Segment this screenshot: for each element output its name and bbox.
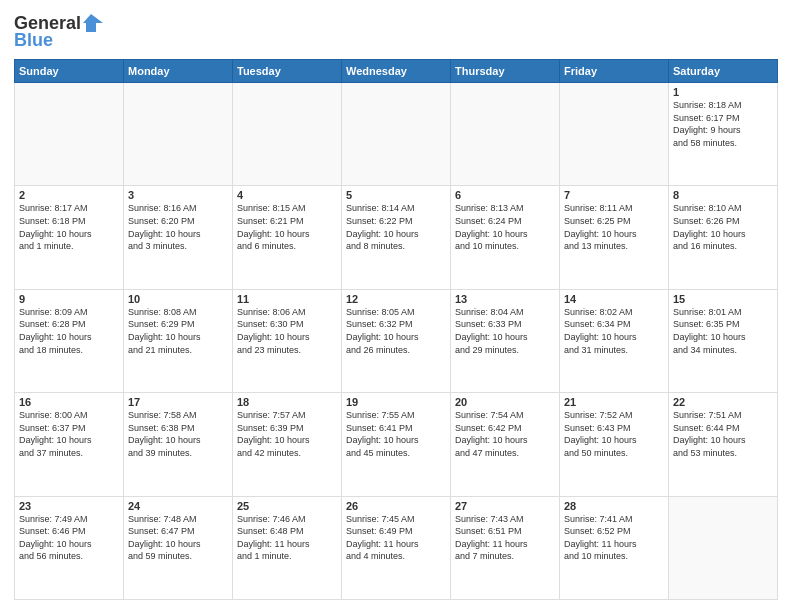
day-number: 8 bbox=[673, 189, 773, 201]
week-row-2: 2Sunrise: 8:17 AM Sunset: 6:18 PM Daylig… bbox=[15, 186, 778, 289]
calendar-cell bbox=[233, 83, 342, 186]
day-number: 9 bbox=[19, 293, 119, 305]
calendar-cell: 16Sunrise: 8:00 AM Sunset: 6:37 PM Dayli… bbox=[15, 393, 124, 496]
day-info: Sunrise: 7:48 AM Sunset: 6:47 PM Dayligh… bbox=[128, 513, 228, 563]
day-info: Sunrise: 8:15 AM Sunset: 6:21 PM Dayligh… bbox=[237, 202, 337, 252]
day-info: Sunrise: 8:14 AM Sunset: 6:22 PM Dayligh… bbox=[346, 202, 446, 252]
day-info: Sunrise: 8:17 AM Sunset: 6:18 PM Dayligh… bbox=[19, 202, 119, 252]
calendar-cell bbox=[560, 83, 669, 186]
day-info: Sunrise: 8:05 AM Sunset: 6:32 PM Dayligh… bbox=[346, 306, 446, 356]
day-number: 3 bbox=[128, 189, 228, 201]
day-info: Sunrise: 8:04 AM Sunset: 6:33 PM Dayligh… bbox=[455, 306, 555, 356]
logo: General Blue bbox=[14, 12, 105, 51]
day-number: 5 bbox=[346, 189, 446, 201]
day-info: Sunrise: 8:09 AM Sunset: 6:28 PM Dayligh… bbox=[19, 306, 119, 356]
calendar-cell: 6Sunrise: 8:13 AM Sunset: 6:24 PM Daylig… bbox=[451, 186, 560, 289]
calendar-cell: 12Sunrise: 8:05 AM Sunset: 6:32 PM Dayli… bbox=[342, 289, 451, 392]
day-info: Sunrise: 7:57 AM Sunset: 6:39 PM Dayligh… bbox=[237, 409, 337, 459]
calendar-cell: 2Sunrise: 8:17 AM Sunset: 6:18 PM Daylig… bbox=[15, 186, 124, 289]
day-number: 28 bbox=[564, 500, 664, 512]
day-number: 16 bbox=[19, 396, 119, 408]
calendar-cell: 10Sunrise: 8:08 AM Sunset: 6:29 PM Dayli… bbox=[124, 289, 233, 392]
day-info: Sunrise: 8:11 AM Sunset: 6:25 PM Dayligh… bbox=[564, 202, 664, 252]
day-info: Sunrise: 8:06 AM Sunset: 6:30 PM Dayligh… bbox=[237, 306, 337, 356]
week-row-4: 16Sunrise: 8:00 AM Sunset: 6:37 PM Dayli… bbox=[15, 393, 778, 496]
day-number: 26 bbox=[346, 500, 446, 512]
week-row-5: 23Sunrise: 7:49 AM Sunset: 6:46 PM Dayli… bbox=[15, 496, 778, 599]
calendar-cell: 15Sunrise: 8:01 AM Sunset: 6:35 PM Dayli… bbox=[669, 289, 778, 392]
calendar-cell: 24Sunrise: 7:48 AM Sunset: 6:47 PM Dayli… bbox=[124, 496, 233, 599]
calendar-cell bbox=[15, 83, 124, 186]
day-number: 2 bbox=[19, 189, 119, 201]
calendar-cell: 13Sunrise: 8:04 AM Sunset: 6:33 PM Dayli… bbox=[451, 289, 560, 392]
calendar-cell: 26Sunrise: 7:45 AM Sunset: 6:49 PM Dayli… bbox=[342, 496, 451, 599]
day-number: 18 bbox=[237, 396, 337, 408]
calendar-cell: 4Sunrise: 8:15 AM Sunset: 6:21 PM Daylig… bbox=[233, 186, 342, 289]
calendar-cell: 1Sunrise: 8:18 AM Sunset: 6:17 PM Daylig… bbox=[669, 83, 778, 186]
calendar-cell: 18Sunrise: 7:57 AM Sunset: 6:39 PM Dayli… bbox=[233, 393, 342, 496]
day-number: 4 bbox=[237, 189, 337, 201]
weekday-header-row: SundayMondayTuesdayWednesdayThursdayFrid… bbox=[15, 60, 778, 83]
day-info: Sunrise: 7:43 AM Sunset: 6:51 PM Dayligh… bbox=[455, 513, 555, 563]
day-info: Sunrise: 7:54 AM Sunset: 6:42 PM Dayligh… bbox=[455, 409, 555, 459]
calendar-cell: 27Sunrise: 7:43 AM Sunset: 6:51 PM Dayli… bbox=[451, 496, 560, 599]
calendar-cell: 11Sunrise: 8:06 AM Sunset: 6:30 PM Dayli… bbox=[233, 289, 342, 392]
weekday-header-monday: Monday bbox=[124, 60, 233, 83]
day-info: Sunrise: 8:18 AM Sunset: 6:17 PM Dayligh… bbox=[673, 99, 773, 149]
day-info: Sunrise: 7:52 AM Sunset: 6:43 PM Dayligh… bbox=[564, 409, 664, 459]
header: General Blue bbox=[14, 12, 778, 51]
day-number: 6 bbox=[455, 189, 555, 201]
day-info: Sunrise: 7:41 AM Sunset: 6:52 PM Dayligh… bbox=[564, 513, 664, 563]
calendar-cell: 19Sunrise: 7:55 AM Sunset: 6:41 PM Dayli… bbox=[342, 393, 451, 496]
calendar-cell bbox=[451, 83, 560, 186]
calendar-cell bbox=[124, 83, 233, 186]
day-number: 20 bbox=[455, 396, 555, 408]
calendar-cell: 17Sunrise: 7:58 AM Sunset: 6:38 PM Dayli… bbox=[124, 393, 233, 496]
calendar-cell: 21Sunrise: 7:52 AM Sunset: 6:43 PM Dayli… bbox=[560, 393, 669, 496]
day-info: Sunrise: 8:08 AM Sunset: 6:29 PM Dayligh… bbox=[128, 306, 228, 356]
calendar-cell: 25Sunrise: 7:46 AM Sunset: 6:48 PM Dayli… bbox=[233, 496, 342, 599]
day-number: 12 bbox=[346, 293, 446, 305]
day-number: 25 bbox=[237, 500, 337, 512]
day-number: 21 bbox=[564, 396, 664, 408]
svg-marker-0 bbox=[83, 14, 103, 32]
day-number: 10 bbox=[128, 293, 228, 305]
calendar-cell bbox=[342, 83, 451, 186]
logo-blue: Blue bbox=[14, 30, 53, 51]
day-info: Sunrise: 8:13 AM Sunset: 6:24 PM Dayligh… bbox=[455, 202, 555, 252]
day-info: Sunrise: 8:10 AM Sunset: 6:26 PM Dayligh… bbox=[673, 202, 773, 252]
day-info: Sunrise: 7:51 AM Sunset: 6:44 PM Dayligh… bbox=[673, 409, 773, 459]
day-info: Sunrise: 7:49 AM Sunset: 6:46 PM Dayligh… bbox=[19, 513, 119, 563]
calendar-cell: 5Sunrise: 8:14 AM Sunset: 6:22 PM Daylig… bbox=[342, 186, 451, 289]
day-info: Sunrise: 8:01 AM Sunset: 6:35 PM Dayligh… bbox=[673, 306, 773, 356]
day-number: 13 bbox=[455, 293, 555, 305]
day-number: 22 bbox=[673, 396, 773, 408]
calendar-cell: 8Sunrise: 8:10 AM Sunset: 6:26 PM Daylig… bbox=[669, 186, 778, 289]
week-row-3: 9Sunrise: 8:09 AM Sunset: 6:28 PM Daylig… bbox=[15, 289, 778, 392]
calendar-cell: 23Sunrise: 7:49 AM Sunset: 6:46 PM Dayli… bbox=[15, 496, 124, 599]
calendar-cell bbox=[669, 496, 778, 599]
page: General Blue SundayMondayTuesdayWednesda… bbox=[0, 0, 792, 612]
day-info: Sunrise: 7:45 AM Sunset: 6:49 PM Dayligh… bbox=[346, 513, 446, 563]
day-number: 7 bbox=[564, 189, 664, 201]
day-number: 17 bbox=[128, 396, 228, 408]
day-info: Sunrise: 7:55 AM Sunset: 6:41 PM Dayligh… bbox=[346, 409, 446, 459]
logo-arrow-icon bbox=[83, 12, 105, 34]
day-info: Sunrise: 8:02 AM Sunset: 6:34 PM Dayligh… bbox=[564, 306, 664, 356]
calendar-cell: 22Sunrise: 7:51 AM Sunset: 6:44 PM Dayli… bbox=[669, 393, 778, 496]
weekday-header-thursday: Thursday bbox=[451, 60, 560, 83]
calendar-cell: 9Sunrise: 8:09 AM Sunset: 6:28 PM Daylig… bbox=[15, 289, 124, 392]
calendar-cell: 28Sunrise: 7:41 AM Sunset: 6:52 PM Dayli… bbox=[560, 496, 669, 599]
day-number: 19 bbox=[346, 396, 446, 408]
calendar-table: SundayMondayTuesdayWednesdayThursdayFrid… bbox=[14, 59, 778, 600]
day-number: 14 bbox=[564, 293, 664, 305]
day-number: 27 bbox=[455, 500, 555, 512]
week-row-1: 1Sunrise: 8:18 AM Sunset: 6:17 PM Daylig… bbox=[15, 83, 778, 186]
day-info: Sunrise: 7:46 AM Sunset: 6:48 PM Dayligh… bbox=[237, 513, 337, 563]
calendar-cell: 7Sunrise: 8:11 AM Sunset: 6:25 PM Daylig… bbox=[560, 186, 669, 289]
weekday-header-sunday: Sunday bbox=[15, 60, 124, 83]
day-number: 15 bbox=[673, 293, 773, 305]
day-info: Sunrise: 8:16 AM Sunset: 6:20 PM Dayligh… bbox=[128, 202, 228, 252]
day-number: 23 bbox=[19, 500, 119, 512]
weekday-header-tuesday: Tuesday bbox=[233, 60, 342, 83]
